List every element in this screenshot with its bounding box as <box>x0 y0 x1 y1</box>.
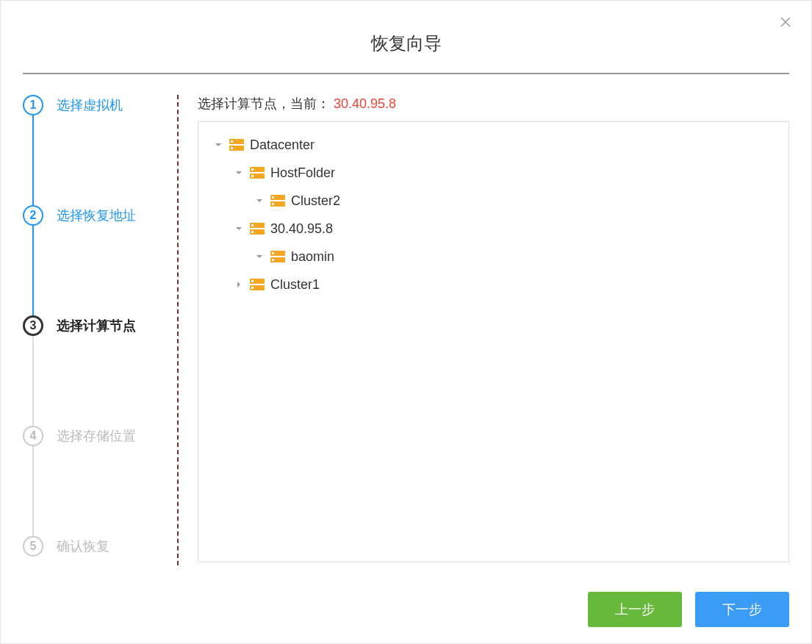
close-button[interactable] <box>779 15 794 30</box>
tree-node[interactable]: baomin <box>204 243 783 271</box>
vertical-divider <box>177 95 179 565</box>
svg-rect-2 <box>231 140 233 143</box>
prompt-current-value: 30.40.95.8 <box>334 96 396 111</box>
tree-node[interactable]: HostFolder <box>204 159 783 187</box>
step-item-4[interactable]: 4 选择存储位置 <box>23 426 170 446</box>
chevron-down-icon[interactable] <box>253 250 266 263</box>
svg-rect-19 <box>272 259 274 261</box>
step-number: 3 <box>23 315 43 336</box>
node-icon <box>270 250 287 263</box>
step-connector <box>32 105 34 215</box>
steps-sidebar: 1 选择虚拟机 2 选择恢复地址 3 选择计算节点 4 选择存储位置 5 确认恢… <box>23 95 170 565</box>
step-connector <box>32 215 34 326</box>
svg-rect-14 <box>251 224 254 226</box>
tree-node-label: Cluster1 <box>270 277 320 293</box>
step-label: 选择计算节点 <box>57 317 136 334</box>
footer: 上一步 下一步 <box>588 592 789 627</box>
prompt-prefix: 选择计算节点，当前： <box>198 96 330 111</box>
tree-node-label: Cluster2 <box>291 193 340 209</box>
tree-node[interactable]: Cluster2 <box>204 187 783 215</box>
node-icon <box>250 278 266 291</box>
svg-rect-7 <box>251 175 254 177</box>
step-number: 5 <box>23 536 43 557</box>
step-label: 选择存储位置 <box>57 427 136 445</box>
step-number: 4 <box>23 426 43 446</box>
step-item-3[interactable]: 3 选择计算节点 <box>23 315 170 336</box>
tree-node-label: 30.40.95.8 <box>270 221 333 237</box>
close-icon <box>779 15 792 29</box>
step-connector <box>32 326 34 436</box>
chevron-down-icon[interactable] <box>212 138 225 151</box>
svg-rect-6 <box>251 168 254 171</box>
svg-rect-23 <box>251 287 254 289</box>
prompt-line: 选择计算节点，当前： 30.40.95.8 <box>198 95 789 112</box>
chevron-down-icon[interactable] <box>232 166 245 179</box>
step-label: 选择虚拟机 <box>57 96 123 114</box>
step-label: 确认恢复 <box>57 537 109 555</box>
svg-rect-10 <box>272 196 274 198</box>
tree-node[interactable]: Datacenter <box>204 131 783 159</box>
dialog-title: 恢复向导 <box>1 1 811 73</box>
svg-rect-3 <box>231 147 233 149</box>
chevron-down-icon[interactable] <box>253 194 266 207</box>
svg-rect-11 <box>272 203 274 205</box>
main-panel: 选择计算节点，当前： 30.40.95.8 DatacenterHostFold… <box>198 95 789 565</box>
svg-rect-15 <box>251 231 254 233</box>
step-label: 选择恢复地址 <box>57 207 136 224</box>
step-item-2[interactable]: 2 选择恢复地址 <box>23 205 170 226</box>
chevron-right-icon[interactable] <box>232 278 245 291</box>
chevron-down-icon[interactable] <box>232 222 245 235</box>
tree-node[interactable]: 30.40.95.8 <box>204 215 783 243</box>
node-icon <box>229 138 245 151</box>
svg-rect-22 <box>251 280 254 282</box>
node-icon <box>270 194 287 207</box>
step-item-1[interactable]: 1 选择虚拟机 <box>23 95 170 115</box>
step-number: 1 <box>23 95 43 115</box>
tree-node-label: HostFolder <box>270 165 335 181</box>
tree-node-label: baomin <box>291 249 334 265</box>
tree-node-label: Datacenter <box>250 137 315 153</box>
svg-rect-18 <box>272 252 274 254</box>
step-number: 2 <box>23 205 43 226</box>
step-item-5[interactable]: 5 确认恢复 <box>23 536 170 557</box>
next-button[interactable]: 下一步 <box>695 592 789 627</box>
node-icon <box>250 222 266 235</box>
prev-button[interactable]: 上一步 <box>588 592 682 627</box>
node-icon <box>250 166 266 179</box>
tree-node[interactable]: Cluster1 <box>204 271 783 298</box>
tree-panel: DatacenterHostFolderCluster230.40.95.8ba… <box>198 121 789 562</box>
step-connector <box>32 436 34 546</box>
